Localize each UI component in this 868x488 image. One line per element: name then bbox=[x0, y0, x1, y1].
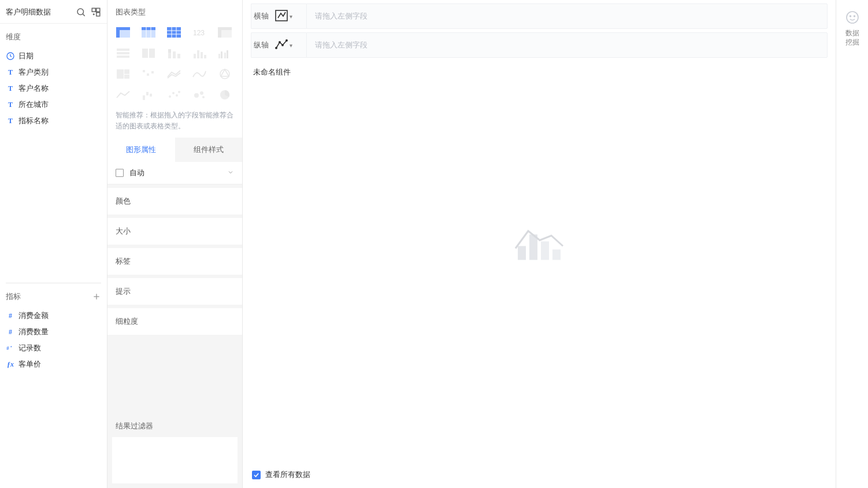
dimensions-header: 维度 bbox=[0, 24, 107, 48]
prop-tooltip[interactable]: 提示 bbox=[107, 278, 242, 305]
search-icon[interactable] bbox=[76, 7, 86, 17]
dimension-item[interactable]: T 指标名称 bbox=[0, 113, 107, 129]
prop-label[interactable]: 标签 bbox=[107, 248, 242, 275]
add-indicator-icon[interactable] bbox=[92, 292, 101, 301]
svg-rect-12 bbox=[116, 27, 130, 30]
chart-type-radar bbox=[215, 66, 235, 82]
chart-type-group-table[interactable] bbox=[113, 24, 133, 40]
component-title[interactable]: 未命名组件 bbox=[243, 61, 836, 77]
field-label: 客户类别 bbox=[18, 67, 49, 77]
side-rail: 数据挖掘 bbox=[836, 0, 868, 488]
view-all-data-checkbox[interactable]: 查看所有数据 bbox=[252, 469, 310, 480]
svg-rect-30 bbox=[149, 49, 155, 58]
text-icon: T bbox=[6, 100, 15, 109]
clock-icon bbox=[6, 51, 15, 61]
svg-point-58 bbox=[200, 91, 203, 95]
prop-granularity[interactable]: 细粒度 bbox=[107, 308, 242, 335]
svg-rect-52 bbox=[150, 94, 152, 97]
indicator-item[interactable]: #٭ 记录数 bbox=[0, 340, 107, 356]
svg-rect-39 bbox=[218, 54, 220, 58]
layout-icon[interactable] bbox=[91, 7, 101, 17]
chart-type-pivot bbox=[215, 24, 235, 40]
svg-line-1 bbox=[83, 14, 84, 16]
dimension-item[interactable]: T 客户类别 bbox=[0, 64, 107, 80]
dimension-item[interactable]: T 所在城市 bbox=[0, 97, 107, 113]
indicator-item[interactable]: # 消费数量 bbox=[0, 324, 107, 340]
svg-point-62 bbox=[276, 47, 277, 48]
result-filter-dropzone[interactable] bbox=[112, 437, 238, 483]
chart-type-scatter-square bbox=[139, 66, 158, 82]
field-label: 日期 bbox=[18, 51, 34, 61]
y-axis-dropzone[interactable]: 请拖入左侧字段 bbox=[306, 32, 828, 58]
x-axis-caption[interactable]: 横轴 ▾ bbox=[251, 3, 306, 29]
svg-rect-48 bbox=[151, 71, 154, 73]
data-mining-label[interactable]: 数据挖掘 bbox=[845, 29, 859, 47]
chart-type-scatter bbox=[164, 87, 184, 103]
tab-graph-props[interactable]: 图形属性 bbox=[107, 138, 175, 162]
svg-point-65 bbox=[286, 39, 287, 40]
svg-rect-4 bbox=[97, 13, 100, 16]
indicator-item[interactable]: # 消费金额 bbox=[0, 308, 107, 324]
svg-rect-45 bbox=[124, 75, 129, 79]
svg-rect-34 bbox=[177, 54, 180, 58]
svg-point-64 bbox=[282, 44, 283, 45]
chart-type-line bbox=[113, 87, 133, 103]
number-count-icon: #٭ bbox=[6, 343, 15, 353]
svg-rect-33 bbox=[173, 51, 176, 58]
svg-rect-27 bbox=[117, 52, 129, 54]
tab-component-style[interactable]: 组件样式 bbox=[175, 138, 243, 162]
square-icon bbox=[116, 169, 124, 177]
svg-rect-68 bbox=[541, 242, 549, 260]
field-label: 记录数 bbox=[18, 343, 41, 353]
svg-rect-28 bbox=[117, 56, 129, 58]
number-icon: # bbox=[6, 327, 15, 337]
y-axis-row: 纵轴 ▾ 请拖入左侧字段 bbox=[243, 32, 836, 61]
y-axis-type-icon bbox=[275, 38, 288, 53]
x-axis-type-icon bbox=[275, 9, 288, 24]
data-mining-icon[interactable] bbox=[845, 10, 859, 24]
indicators-header: 指标 bbox=[0, 283, 107, 308]
chart-type-kpi: 123 bbox=[190, 24, 209, 40]
svg-point-59 bbox=[202, 96, 205, 98]
text-icon: T bbox=[6, 116, 15, 125]
property-tabs: 图形属性 组件样式 bbox=[107, 138, 242, 162]
y-axis-caption[interactable]: 纵轴 ▾ bbox=[251, 32, 306, 58]
chart-config-panel: 图表类型 123 智能推荐 bbox=[107, 0, 243, 488]
x-axis-row: 横轴 ▾ 请拖入左侧字段 bbox=[243, 3, 836, 32]
chart-type-detail-table[interactable] bbox=[164, 24, 184, 40]
chevron-down-icon: ▾ bbox=[290, 42, 292, 49]
field-label: 消费数量 bbox=[18, 327, 49, 337]
field-label: 客单价 bbox=[18, 359, 41, 369]
prop-size[interactable]: 大小 bbox=[107, 218, 242, 245]
svg-point-0 bbox=[77, 9, 84, 15]
chart-type-stacked-column bbox=[164, 45, 184, 61]
svg-point-55 bbox=[176, 94, 178, 97]
chart-type-cross-table[interactable] bbox=[139, 24, 158, 40]
svg-rect-69 bbox=[552, 250, 561, 260]
chart-type-bubble bbox=[190, 87, 209, 103]
text-icon: T bbox=[6, 84, 15, 93]
svg-rect-47 bbox=[147, 73, 149, 76]
svg-rect-66 bbox=[518, 246, 526, 260]
svg-point-57 bbox=[194, 93, 199, 98]
svg-point-56 bbox=[178, 91, 180, 93]
svg-rect-46 bbox=[143, 70, 145, 72]
indicator-list: # 消费金额 # 消费数量 #٭ 记录数 ƒx 客单价 bbox=[0, 308, 107, 488]
fields-panel: 客户明细数据 维度 日期 T 客户类别 T 客户名称 T 所在城市 bbox=[0, 0, 107, 488]
field-label: 消费金额 bbox=[18, 310, 49, 321]
svg-point-72 bbox=[854, 16, 855, 17]
dimension-item[interactable]: 日期 bbox=[0, 48, 107, 64]
chart-type-pie bbox=[215, 87, 235, 103]
svg-rect-40 bbox=[221, 51, 222, 58]
svg-rect-26 bbox=[117, 49, 129, 51]
svg-rect-32 bbox=[168, 49, 171, 53]
svg-rect-41 bbox=[224, 53, 226, 58]
chart-type-grid: 123 bbox=[107, 22, 242, 108]
x-axis-dropzone[interactable]: 请拖入左侧字段 bbox=[306, 3, 828, 29]
shape-auto-select[interactable]: 自动 bbox=[107, 162, 242, 184]
dimension-item[interactable]: T 客户名称 bbox=[0, 80, 107, 97]
indicator-item[interactable]: ƒx 客单价 bbox=[0, 356, 107, 372]
svg-rect-38 bbox=[204, 55, 206, 58]
prop-color[interactable]: 颜色 bbox=[107, 188, 242, 215]
chart-type-partition-column bbox=[139, 45, 158, 61]
